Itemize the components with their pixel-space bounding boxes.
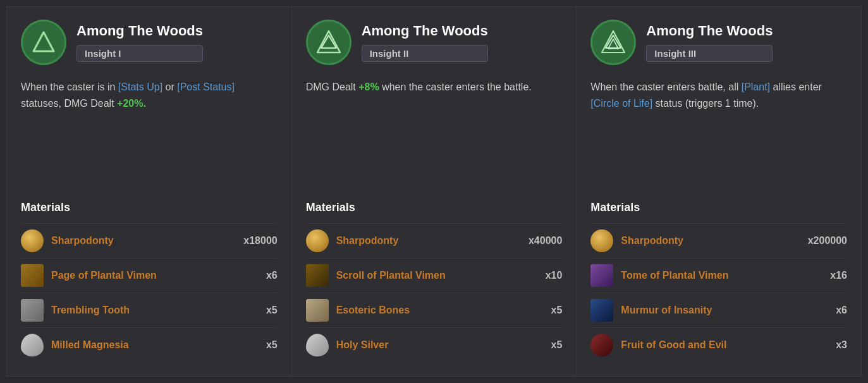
material-name: Sharpodonty (621, 235, 800, 246)
material-qty: x5 (551, 339, 563, 351)
panel-insight-3: Among The WoodsInsight IIIWhen the caste… (576, 6, 862, 377)
highlight-text: +20%. (117, 98, 146, 109)
insight-badge: Insight II (362, 45, 488, 62)
materials-section: MaterialsSharpodontyx40000Scroll of Plan… (306, 201, 563, 362)
material-row: Sharpodontyx18000 (21, 223, 278, 258)
panel-title: Among The Woods (646, 23, 773, 39)
materials-section: MaterialsSharpodontyx18000Page of Planta… (21, 201, 278, 362)
material-name: Esoteric Bones (336, 305, 544, 316)
material-name: Trembling Tooth (51, 305, 259, 316)
material-name: Page of Plantal Vimen (51, 270, 259, 281)
material-row: Trembling Toothx5 (21, 293, 278, 327)
material-qty: x6 (836, 305, 847, 316)
material-name: Holy Silver (336, 339, 544, 351)
panel-header: Among The WoodsInsight I (21, 20, 278, 65)
panel-description: When the caster is in [Stats Up] or [Pos… (21, 79, 278, 111)
svg-marker-1 (317, 31, 340, 52)
material-qty: x3 (836, 339, 847, 351)
panel-header: Among The WoodsInsight III (590, 20, 847, 65)
svg-marker-3 (602, 31, 625, 52)
material-row: Tome of Plantal Vimenx16 (590, 258, 847, 293)
material-row: Milled Magnesiax5 (21, 327, 278, 362)
panel-insight-1: Among The WoodsInsight IWhen the caster … (6, 6, 291, 377)
panel-title: Among The Woods (362, 23, 488, 39)
material-icon-bones (306, 299, 329, 322)
material-icon-tooth (21, 299, 44, 322)
material-qty: x5 (266, 305, 278, 316)
link-text: [Plant] (742, 82, 770, 92)
material-icon-coin (306, 229, 329, 252)
material-icon-scroll (21, 264, 44, 287)
header-text: Among The WoodsInsight I (76, 23, 203, 61)
insight-icon (590, 20, 636, 65)
header-text: Among The WoodsInsight II (362, 23, 488, 61)
highlight-text: +8% (358, 82, 379, 92)
panels-container: Among The WoodsInsight IWhen the caster … (6, 6, 862, 377)
materials-title: Materials (21, 201, 278, 214)
material-name: Fruit of Good and Evil (621, 339, 828, 351)
material-icon-insanity (590, 299, 613, 322)
materials-title: Materials (590, 201, 847, 214)
material-row: Sharpodontyx200000 (590, 223, 847, 258)
material-name: Sharpodonty (51, 235, 236, 246)
material-name: Milled Magnesia (51, 339, 259, 351)
material-icon-scroll2 (306, 264, 329, 287)
header-text: Among The WoodsInsight III (646, 23, 773, 61)
material-name: Sharpodonty (336, 235, 521, 246)
material-name: Scroll of Plantal Vimen (336, 270, 538, 281)
material-icon-book (590, 264, 613, 287)
insight-badge: Insight III (646, 45, 773, 62)
materials-title: Materials (306, 201, 563, 214)
panel-title: Among The Woods (76, 23, 203, 39)
link-text: [Circle of Life] (590, 98, 652, 109)
material-row: Sharpodontyx40000 (306, 223, 563, 258)
panel-description: DMG Dealt +8% when the caster enters the… (306, 79, 563, 95)
material-row: Page of Plantal Vimenx6 (21, 258, 278, 293)
link-text: [Post Status] (177, 82, 235, 92)
material-qty: x10 (546, 270, 563, 281)
material-row: Esoteric Bonesx5 (306, 293, 563, 327)
material-qty: x5 (266, 339, 278, 351)
panel-insight-2: Among The WoodsInsight IIDMG Dealt +8% w… (291, 6, 577, 377)
material-qty: x200000 (808, 235, 847, 246)
insight-badge: Insight I (76, 45, 203, 62)
material-qty: x16 (830, 270, 847, 281)
panel-description: When the caster enters battle, all [Plan… (590, 79, 847, 111)
material-icon-coin (21, 229, 44, 252)
material-name: Murmur of Insanity (621, 305, 828, 316)
material-row: Scroll of Plantal Vimenx10 (306, 258, 563, 293)
materials-section: MaterialsSharpodontyx200000Tome of Plant… (590, 201, 847, 362)
svg-marker-0 (34, 32, 54, 51)
material-icon-silver (306, 334, 329, 356)
material-qty: x6 (266, 270, 278, 281)
material-qty: x5 (551, 305, 563, 316)
material-icon-fruit (590, 334, 613, 356)
insight-icon (21, 20, 66, 65)
insight-icon (306, 20, 351, 65)
material-row: Holy Silverx5 (306, 327, 563, 362)
material-icon-silver (21, 334, 44, 356)
material-name: Tome of Plantal Vimen (621, 270, 822, 281)
material-qty: x40000 (529, 235, 562, 246)
panel-header: Among The WoodsInsight II (306, 20, 563, 65)
material-row: Murmur of Insanityx6 (590, 293, 847, 327)
material-icon-coin (590, 229, 613, 252)
material-qty: x18000 (243, 235, 277, 246)
material-row: Fruit of Good and Evilx3 (590, 327, 847, 362)
link-text: [Stats Up] (118, 82, 162, 92)
